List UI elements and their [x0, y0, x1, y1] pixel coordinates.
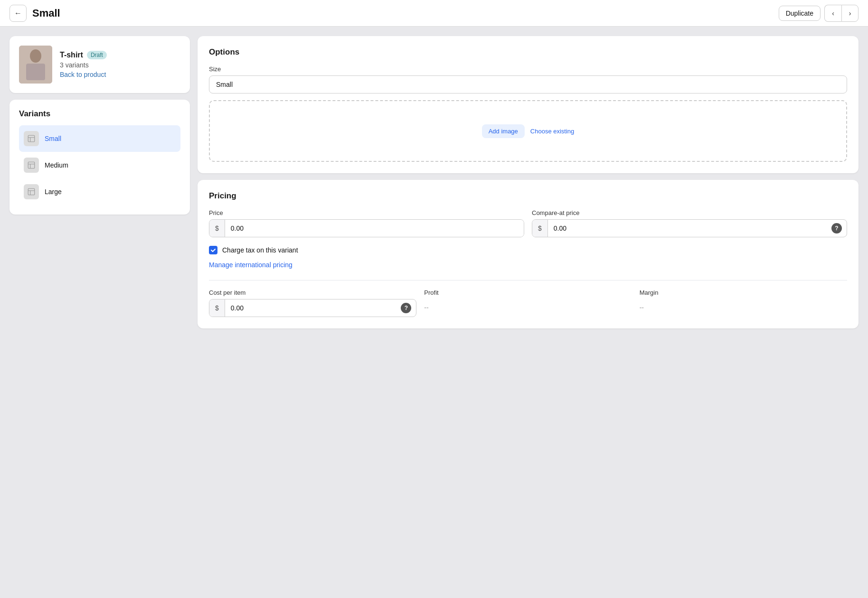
- variants-card: Variants Small Medium: [9, 100, 190, 215]
- price-label: Price: [209, 209, 524, 216]
- margin-label: Margin: [640, 289, 847, 296]
- profit-field: Profit --: [424, 289, 632, 317]
- variant-label-small: Small: [45, 135, 61, 142]
- profit-label: Profit: [424, 289, 632, 296]
- cost-help-icon[interactable]: ?: [401, 303, 411, 313]
- variant-label-medium: Medium: [45, 161, 68, 169]
- variant-label-large: Large: [45, 188, 62, 196]
- variant-item-small[interactable]: Small: [19, 125, 180, 152]
- left-column: T-shirt Draft 3 variants Back to product…: [9, 36, 190, 215]
- right-column: Options Size Add image Choose existing P…: [198, 36, 859, 328]
- options-title: Options: [209, 47, 847, 57]
- back-to-product-link[interactable]: Back to product: [60, 71, 107, 78]
- add-image-button[interactable]: Add image: [482, 124, 525, 138]
- pricing-title: Pricing: [209, 191, 847, 201]
- charge-tax-checkbox[interactable]: [209, 246, 217, 254]
- product-name-row: T-shirt Draft: [60, 51, 107, 59]
- variant-item-large[interactable]: Large: [19, 178, 180, 205]
- product-info: T-shirt Draft 3 variants Back to product: [60, 51, 107, 78]
- compare-help-icon[interactable]: ?: [831, 223, 842, 234]
- cost-per-item-label: Cost per item: [209, 289, 416, 296]
- topbar-right: Duplicate ‹ ›: [779, 5, 859, 22]
- compare-input-wrapper: $ ?: [532, 219, 847, 237]
- margin-value: --: [640, 299, 847, 316]
- duplicate-button[interactable]: Duplicate: [779, 6, 821, 21]
- price-input-wrapper: $: [209, 219, 524, 237]
- pricing-divider: [209, 280, 847, 280]
- compare-price-label: Compare-at price: [532, 209, 847, 216]
- back-button[interactable]: ←: [9, 5, 27, 22]
- options-section: Options Size Add image Choose existing: [198, 36, 859, 173]
- charge-tax-row: Charge tax on this variant: [209, 246, 847, 254]
- svg-rect-4: [28, 162, 35, 168]
- prev-button[interactable]: ‹: [824, 5, 841, 22]
- price-field: Price $: [209, 209, 524, 237]
- price-row: Price $ Compare-at price $ ?: [209, 209, 847, 237]
- cost-per-item-field: Cost per item $ ?: [209, 289, 416, 317]
- size-label: Size: [209, 65, 847, 73]
- nav-arrows: ‹ ›: [824, 5, 859, 22]
- cost-row: Cost per item $ ? Profit -- Margin --: [209, 289, 847, 317]
- compare-price-field: Compare-at price $ ?: [532, 209, 847, 237]
- manage-pricing-link[interactable]: Manage international pricing: [209, 261, 292, 269]
- variant-icon-small: [24, 131, 39, 146]
- compare-prefix: $: [532, 220, 548, 237]
- image-upload-area[interactable]: Add image Choose existing: [209, 100, 847, 162]
- pricing-section: Pricing Price $ Compare-at price $ ?: [198, 180, 859, 328]
- charge-tax-label: Charge tax on this variant: [222, 246, 298, 254]
- page-title: Small: [32, 7, 60, 19]
- profit-value: --: [424, 299, 632, 316]
- variant-icon-medium: [24, 158, 39, 173]
- svg-rect-2: [26, 64, 45, 80]
- svg-rect-5: [28, 188, 35, 195]
- product-card: T-shirt Draft 3 variants Back to product: [9, 36, 190, 93]
- product-image: [19, 46, 52, 84]
- svg-rect-3: [28, 135, 35, 142]
- product-name: T-shirt: [60, 51, 83, 59]
- cost-input[interactable]: [225, 299, 401, 317]
- price-input[interactable]: [225, 220, 524, 237]
- variant-icon-large: [24, 184, 39, 199]
- compare-price-input[interactable]: [548, 220, 831, 237]
- cost-prefix: $: [209, 299, 225, 317]
- main-content: T-shirt Draft 3 variants Back to product…: [0, 27, 868, 338]
- price-prefix: $: [209, 220, 225, 237]
- size-input[interactable]: [209, 75, 847, 93]
- next-button[interactable]: ›: [841, 5, 859, 22]
- svg-point-1: [30, 49, 41, 63]
- cost-input-wrapper: $ ?: [209, 299, 416, 317]
- topbar-left: ← Small: [9, 5, 60, 22]
- size-field: Size: [209, 65, 847, 93]
- choose-existing-button[interactable]: Choose existing: [530, 128, 575, 135]
- margin-field: Margin --: [640, 289, 847, 317]
- variant-item-medium[interactable]: Medium: [19, 152, 180, 178]
- variants-title: Variants: [19, 109, 180, 119]
- draft-badge: Draft: [87, 51, 107, 59]
- variants-count: 3 variants: [60, 61, 107, 69]
- topbar: ← Small Duplicate ‹ ›: [0, 0, 868, 27]
